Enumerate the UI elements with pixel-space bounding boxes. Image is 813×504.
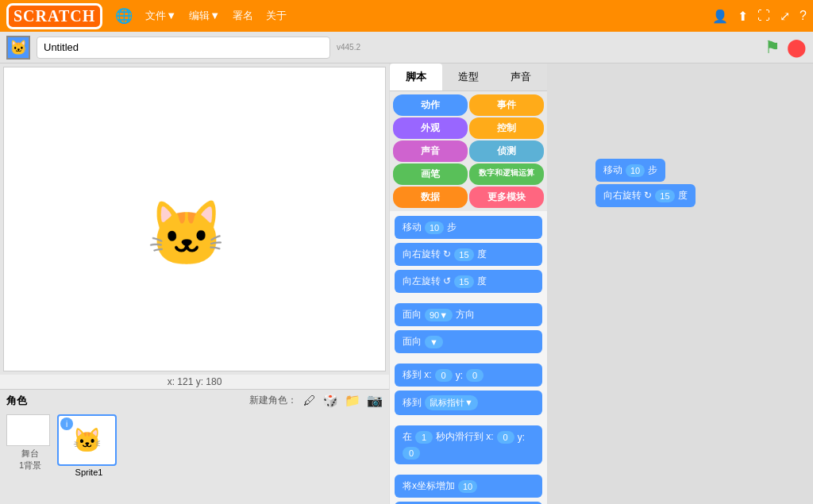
stage-thumb-box: [6, 414, 50, 446]
script-canvas[interactable]: 移动 10 步 向右旋转 ↻ 15 度: [548, 63, 813, 504]
top-menu-bar: SCRATCH 🌐 文件▼ 编辑▼ 署名 关于 👤 ⬆ ⛶ ⤢ ?: [0, 0, 813, 32]
block-change-x-value[interactable]: 10: [458, 480, 477, 493]
menu-edit[interactable]: 编辑▼: [189, 9, 220, 23]
cat-sensing[interactable]: 侦测: [469, 140, 544, 162]
block-move-value[interactable]: 10: [425, 221, 444, 234]
globe-icon[interactable]: 🌐: [115, 7, 133, 25]
block-turn-right-value[interactable]: 15: [454, 248, 473, 261]
stage-label: 舞台: [6, 448, 54, 460]
block-goto-target[interactable]: 移到 鼠标指针▼: [395, 391, 542, 415]
left-panel: 🐱 x: 121 y: 180 角色 新建角色： 🖊 🎲 📁 📷 舞台 1背景: [0, 63, 389, 504]
coordinates: x: 121 y: 180: [0, 375, 389, 389]
block-glide-x[interactable]: 0: [497, 431, 514, 444]
block-face-toward[interactable]: 面向 ▼: [395, 330, 542, 353]
sprites-list: 舞台 1背景 i 🐱 Sprite1: [0, 411, 389, 504]
play-button[interactable]: ⚑: [765, 37, 780, 58]
stage-area: 🐱: [3, 67, 386, 371]
cat-motion[interactable]: 动作: [393, 94, 468, 116]
new-sprite-camera-btn[interactable]: 📷: [367, 393, 383, 408]
cat-events[interactable]: 事件: [469, 94, 544, 116]
script-block-move[interactable]: 移动 10 步: [595, 159, 665, 182]
help-icon[interactable]: ?: [800, 9, 807, 23]
scratch-logo: SCRATCH: [6, 3, 102, 29]
tab-script[interactable]: 脚本: [390, 63, 442, 90]
sb-turn-value[interactable]: 15: [655, 190, 674, 202]
project-name-input[interactable]: [37, 37, 330, 59]
new-sprite-label: 新建角色：: [249, 394, 297, 407]
block-goto-y[interactable]: 0: [466, 369, 484, 382]
block-turn-left[interactable]: 向左旋转 ↺ 15 度: [395, 270, 542, 293]
sprite-box[interactable]: i 🐱: [57, 414, 117, 466]
script-area[interactable]: 移动 10 步 向右旋转 ↻ 15 度: [548, 63, 813, 504]
block-move[interactable]: 移动 10 步: [395, 216, 542, 239]
expand-icon[interactable]: ⤢: [780, 9, 790, 24]
sprites-title: 角色: [6, 394, 27, 408]
main-layout: 🐱 x: 121 y: 180 角色 新建角色： 🖊 🎲 📁 📷 舞台 1背景: [0, 63, 813, 504]
cat-looks[interactable]: 外观: [393, 117, 468, 139]
block-categories: 动作 事件 外观 控制 声音 侦测 画笔 数字和逻辑运算 数据 更多模块: [390, 91, 547, 211]
cat-sound[interactable]: 声音: [393, 140, 468, 162]
title-bar: 🐱 v445.2 ⚑ ⬤: [0, 32, 813, 63]
upload-icon[interactable]: ⬆: [738, 9, 748, 24]
block-goto-dropdown[interactable]: 鼠标指针▼: [425, 395, 478, 410]
new-sprite-paint-btn[interactable]: 🖊: [303, 394, 316, 408]
blocks-list: 移动 10 步 向右旋转 ↻ 15 度 向左旋转 ↺ 15 度 面向 90▼ 方…: [390, 211, 547, 504]
block-glide-y[interactable]: 0: [403, 447, 420, 460]
blocks-palette: 脚本 造型 声音 动作 事件 外观 控制 声音 侦测 画笔 数字和逻辑运算 数据…: [389, 63, 548, 504]
menu-about[interactable]: 关于: [266, 9, 287, 23]
cat-sprite: 🐱: [147, 197, 226, 271]
cat-more-blocks[interactable]: 更多模块: [469, 187, 544, 208]
tab-sounds[interactable]: 声音: [495, 63, 547, 90]
block-face-dir-value[interactable]: 90▼: [425, 309, 453, 321]
cat-operators[interactable]: 数字和逻辑运算: [469, 164, 544, 185]
stop-button[interactable]: ⬤: [787, 37, 807, 58]
stage-sublabel: 1背景: [6, 460, 54, 471]
block-glide-time[interactable]: 1: [415, 431, 433, 444]
cat-pen[interactable]: 画笔: [393, 164, 468, 185]
top-icons: 👤 ⬆ ⛶ ⤢ ?: [712, 9, 807, 24]
block-turn-right[interactable]: 向右旋转 ↻ 15 度: [395, 243, 542, 266]
sprite-info-icon[interactable]: i: [60, 417, 73, 430]
block-glide[interactable]: 在 1 秒内滑行到 x: 0 y: 0: [395, 425, 542, 464]
block-change-x[interactable]: 将x坐标增加 10: [395, 475, 542, 498]
block-goto-x[interactable]: 0: [435, 369, 453, 382]
cat-control[interactable]: 控制: [469, 117, 544, 139]
block-face-dir[interactable]: 面向 90▼ 方向: [395, 303, 542, 326]
menu-file[interactable]: 文件▼: [145, 9, 176, 23]
cat-data[interactable]: 数据: [393, 187, 468, 208]
menu-署名[interactable]: 署名: [233, 9, 253, 23]
version-label: v445.2: [337, 43, 360, 52]
sprite-label: Sprite1: [57, 467, 121, 477]
block-turn-left-value[interactable]: 15: [454, 275, 473, 288]
sb-move-value[interactable]: 10: [626, 164, 645, 177]
sprite-item[interactable]: i 🐱 Sprite1: [57, 414, 121, 504]
user-icon[interactable]: 👤: [712, 9, 728, 24]
new-sprite-surprise-btn[interactable]: 🎲: [322, 393, 338, 408]
script-block-turn[interactable]: 向右旋转 ↻ 15 度: [595, 184, 695, 207]
sprites-panel: 角色 新建角色： 🖊 🎲 📁 📷 舞台 1背景 i 🐱: [0, 389, 389, 504]
new-sprite-upload-btn[interactable]: 📁: [345, 393, 360, 408]
tab-costumes[interactable]: 造型: [442, 63, 495, 90]
block-face-toward-dropdown[interactable]: ▼: [425, 336, 443, 348]
fullscreen-icon[interactable]: ⛶: [757, 9, 770, 23]
tabs: 脚本 造型 声音: [390, 63, 547, 91]
stage-thumb[interactable]: 舞台 1背景: [6, 414, 54, 504]
sprite-thumbnail-title: 🐱: [6, 36, 30, 60]
block-goto-xy[interactable]: 移到 x: 0 y: 0: [395, 364, 542, 387]
sprites-header: 角色 新建角色： 🖊 🎲 📁 📷: [0, 390, 389, 411]
